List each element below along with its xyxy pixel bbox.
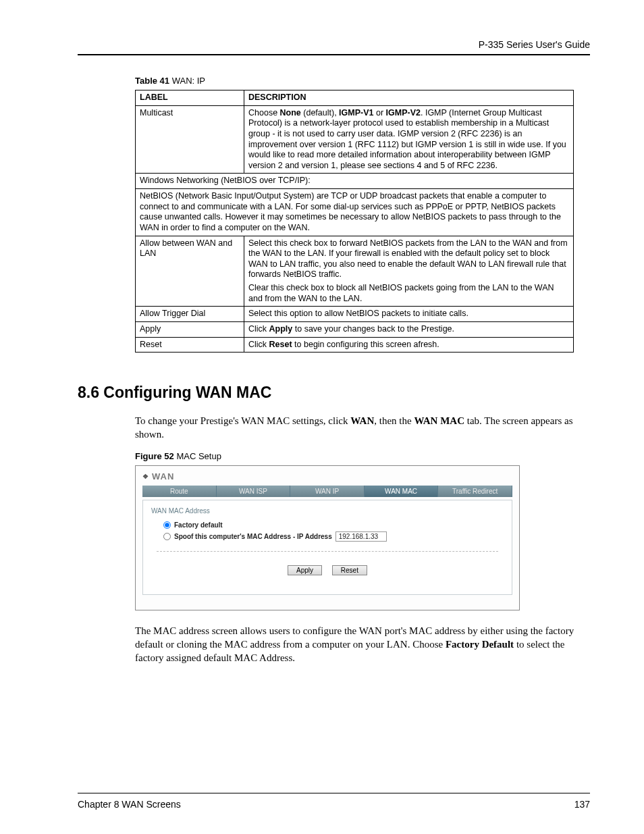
bold: Reset — [269, 340, 292, 349]
footer: Chapter 8 WAN Screens 137 — [78, 799, 590, 810]
text: to begin configuring this screen afresh. — [292, 340, 439, 349]
text: To change your Prestige's WAN MAC settin… — [135, 415, 350, 426]
table-caption: Table 41 WAN: IP — [135, 76, 590, 86]
option-spoof-row[interactable]: Spoof this computer's MAC Address - IP A… — [163, 531, 504, 542]
bold: None — [280, 108, 301, 118]
header-rule — [78, 54, 590, 55]
panel-divider — [157, 551, 498, 552]
th-label: LABEL — [136, 90, 244, 106]
text: or — [374, 108, 386, 118]
cell-multicast-label: Multicast — [136, 105, 244, 174]
text: Select this check box to forward NetBIOS… — [248, 238, 569, 281]
breadcrumb-icon: ❖ — [142, 473, 149, 480]
bold: WAN MAC — [414, 415, 464, 426]
intro-paragraph: To change your Prestige's WAN MAC settin… — [135, 414, 581, 442]
footer-rule — [78, 793, 590, 793]
bold: IGMP-V1 — [339, 108, 373, 118]
bold: Apply — [269, 324, 293, 334]
figure-mac-setup: ❖ WAN Route WAN ISP WAN IP WAN MAC Traff… — [135, 465, 520, 610]
table-caption-bold: Table 41 — [135, 76, 169, 86]
reset-button[interactable]: Reset — [332, 565, 367, 575]
cell-netbios-body: NetBIOS (Network Basic Input/Output Syst… — [136, 189, 574, 236]
apply-button[interactable]: Apply — [288, 565, 322, 575]
tab-wan-isp[interactable]: WAN ISP — [217, 486, 291, 497]
radio-spoof[interactable] — [163, 533, 171, 540]
text: to save your changes back to the Prestig… — [292, 324, 454, 334]
wan-ip-table: LABEL DESCRIPTION Multicast Choose None … — [135, 90, 574, 353]
text: (default), — [301, 108, 339, 118]
tab-wan-ip[interactable]: WAN IP — [290, 486, 365, 497]
th-description: DESCRIPTION — [244, 90, 574, 106]
breadcrumb-text: WAN — [152, 471, 174, 481]
panel-title: WAN MAC Address — [151, 507, 504, 515]
cell-apply-label: Apply — [136, 321, 244, 337]
tabs: Route WAN ISP WAN IP WAN MAC Traffic Red… — [142, 486, 512, 497]
cell-trigger-desc: Select this option to allow NetBIOS pack… — [244, 307, 574, 322]
table-caption-rest: WAN: IP — [169, 76, 205, 86]
figure-breadcrumb: ❖ WAN — [142, 471, 512, 481]
footer-left: Chapter 8 WAN Screens — [78, 799, 181, 810]
text: Click — [248, 340, 269, 349]
cell-allow-label: Allow between WAN and LAN — [136, 236, 244, 307]
figure-caption-rest: MAC Setup — [174, 451, 221, 461]
figure-caption-bold: Figure 52 — [135, 451, 174, 461]
figure-caption: Figure 52 MAC Setup — [135, 451, 590, 461]
cell-netbios-heading: Windows Networking (NetBIOS over TCP/IP)… — [136, 174, 574, 189]
tab-route[interactable]: Route — [142, 486, 217, 497]
button-row: Apply Reset — [151, 565, 504, 575]
option-factory-default-row[interactable]: Factory default — [163, 521, 504, 529]
text: Choose — [248, 108, 280, 118]
cell-allow-desc: Select this check box to forward NetBIOS… — [244, 236, 574, 307]
panel-wan-mac-address: WAN MAC Address Factory default Spoof th… — [142, 500, 512, 595]
tab-wan-mac[interactable]: WAN MAC — [365, 486, 439, 497]
bold: Factory Default — [446, 639, 514, 650]
text: , then the — [374, 415, 414, 426]
cell-multicast-desc: Choose None (default), IGMP-V1 or IGMP-V… — [244, 105, 574, 174]
footer-right: 137 — [574, 799, 590, 810]
radio-factory-default-label: Factory default — [174, 521, 223, 529]
ip-address-input[interactable]: 192.168.1.33 — [336, 531, 387, 542]
cell-apply-desc: Click Apply to save your changes back to… — [244, 321, 574, 337]
text: Clear this check box to block all NetBIO… — [248, 283, 569, 304]
cell-reset-desc: Click Reset to begin configuring this sc… — [244, 337, 574, 353]
section-heading: 8.6 Configuring WAN MAC — [78, 384, 590, 402]
header-guide-title: P-335 Series User's Guide — [78, 39, 590, 54]
text: Click — [248, 324, 269, 334]
bold: IGMP-V2 — [386, 108, 421, 118]
radio-spoof-label: Spoof this computer's MAC Address - IP A… — [174, 533, 332, 540]
radio-factory-default[interactable] — [163, 521, 171, 529]
cell-reset-label: Reset — [136, 337, 244, 353]
cell-trigger-label: Allow Trigger Dial — [136, 307, 244, 322]
tab-traffic-redirect[interactable]: Traffic Redirect — [438, 486, 512, 497]
bold: WAN — [350, 415, 374, 426]
closing-paragraph: The MAC address screen allows users to c… — [135, 624, 581, 665]
